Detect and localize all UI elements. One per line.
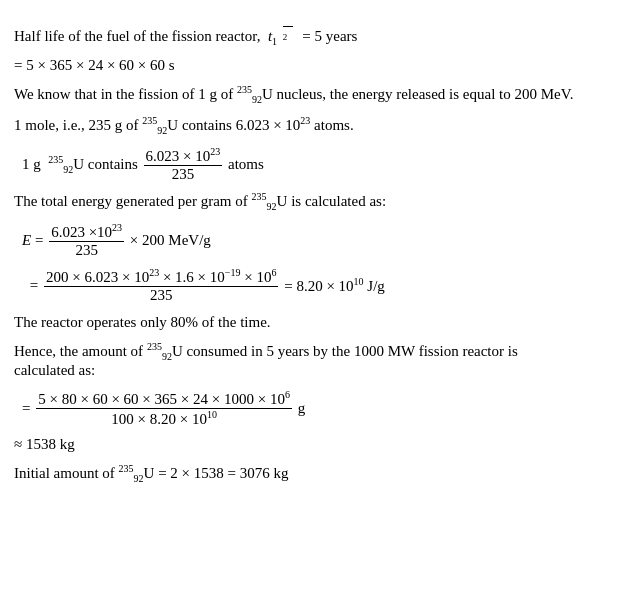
u235-sup5: 235 bbox=[147, 341, 162, 352]
seconds-conversion: = 5 × 365 × 24 × 60 × 60 s bbox=[14, 57, 614, 74]
initial-amount: Initial amount of 23592U = 2 × 1538 = 30… bbox=[14, 463, 614, 484]
exp23-3: 23 bbox=[112, 222, 122, 233]
e-denominator: 235 bbox=[73, 242, 100, 259]
u92-sub4: 92 bbox=[267, 201, 277, 212]
mole-statement: 1 mole, i.e., 235 g of 23592U contains 6… bbox=[14, 115, 614, 136]
e-symbol: E bbox=[22, 232, 31, 249]
1g-fraction-line: 1 g 23592U contains 6.023 × 1023 235 ato… bbox=[22, 146, 614, 183]
approx-result: ≈ 1538 kg bbox=[14, 436, 614, 453]
exp-19: −19 bbox=[225, 267, 241, 278]
u235-sup3: 235 bbox=[48, 154, 63, 165]
e-denominator2: 235 bbox=[148, 287, 175, 304]
e-times-mev: × 200 MeV/g bbox=[126, 232, 211, 249]
e-formula-line2: = 200 × 6.023 × 1023 × 1.6 × 10−19 × 106… bbox=[26, 267, 614, 304]
u92-sub3: 92 bbox=[63, 164, 73, 175]
calc-unit: g bbox=[294, 400, 305, 417]
u92-sub5: 92 bbox=[162, 351, 172, 362]
calc-equals: = bbox=[22, 400, 34, 417]
e-result: = 8.20 × 1010 J/g bbox=[280, 276, 384, 295]
hence-text: Hence, the amount of 23592U consumed in … bbox=[14, 343, 518, 378]
atoms-numerator: 6.023 × 1023 bbox=[144, 146, 223, 166]
u92-sub6: 92 bbox=[134, 473, 144, 484]
exp23-1: 23 bbox=[300, 115, 310, 126]
halflife-text: Half life of the fuel of the fission rea… bbox=[14, 28, 281, 44]
initial-text: Initial amount of 23592U = 2 × 1538 = 30… bbox=[14, 465, 289, 481]
e-fraction: 6.023 ×1023 235 bbox=[49, 222, 124, 259]
u235-sup4: 235 bbox=[252, 191, 267, 202]
reactor-statement: The reactor operates only 80% of the tim… bbox=[14, 314, 614, 331]
years-text: years bbox=[326, 28, 358, 44]
calc-formula-line: = 5 × 80 × 60 × 60 × 365 × 24 × 1000 × 1… bbox=[22, 389, 614, 428]
exp6: 6 bbox=[271, 267, 276, 278]
energy-formula-1: E = 6.023 ×1023 235 × 200 MeV/g = 200 × … bbox=[22, 222, 614, 304]
hence-statement: Hence, the amount of 23592U consumed in … bbox=[14, 341, 614, 379]
e-fraction2: 200 × 6.023 × 1023 × 1.6 × 10−19 × 106 2… bbox=[44, 267, 278, 304]
atoms-denominator: 235 bbox=[170, 166, 197, 183]
equals-2: = bbox=[26, 277, 42, 294]
fission-text: We know that in the fission of 1 g of 23… bbox=[14, 86, 573, 102]
halflife-subscript: 1 bbox=[272, 36, 277, 47]
exp23-4: 23 bbox=[149, 267, 159, 278]
u235-superscript: 235 bbox=[237, 84, 252, 95]
total-energy-statement: The total energy generated per gram of 2… bbox=[14, 191, 614, 212]
total-energy-text: The total energy generated per gram of 2… bbox=[14, 193, 386, 209]
e-numerator: 6.023 ×1023 bbox=[49, 222, 124, 242]
u235-sup6: 235 bbox=[119, 463, 134, 474]
u92-subscript: 92 bbox=[252, 94, 262, 105]
halflife-statement: Half life of the fuel of the fission rea… bbox=[14, 8, 614, 47]
atoms-fraction: 6.023 × 1023 235 bbox=[144, 146, 223, 183]
calc-fraction: 5 × 80 × 60 × 60 × 365 × 24 × 1000 × 106… bbox=[36, 389, 292, 428]
exp10-1: 10 bbox=[354, 276, 364, 287]
exp6-2: 6 bbox=[285, 389, 290, 400]
calc-denominator: 100 × 8.20 × 1010 bbox=[109, 409, 219, 428]
fission-energy-statement: We know that in the fission of 1 g of 23… bbox=[14, 84, 614, 105]
mole-text: 1 mole, i.e., 235 g of 23592U contains 6… bbox=[14, 117, 354, 133]
equals-1: = bbox=[31, 232, 47, 249]
calc-numerator: 5 × 80 × 60 × 60 × 365 × 24 × 1000 × 106 bbox=[36, 389, 292, 409]
atoms-label: atoms bbox=[224, 156, 264, 173]
exp10-2: 10 bbox=[207, 409, 217, 420]
u92-sub2: 92 bbox=[157, 125, 167, 136]
u235-sup2: 235 bbox=[142, 115, 157, 126]
e-formula-line1: E = 6.023 ×1023 235 × 200 MeV/g bbox=[22, 222, 614, 259]
1g-label: 1 g 23592U contains bbox=[22, 154, 142, 175]
exp23-2: 23 bbox=[210, 146, 220, 157]
e-numerator2: 200 × 6.023 × 1023 × 1.6 × 10−19 × 106 bbox=[44, 267, 278, 287]
